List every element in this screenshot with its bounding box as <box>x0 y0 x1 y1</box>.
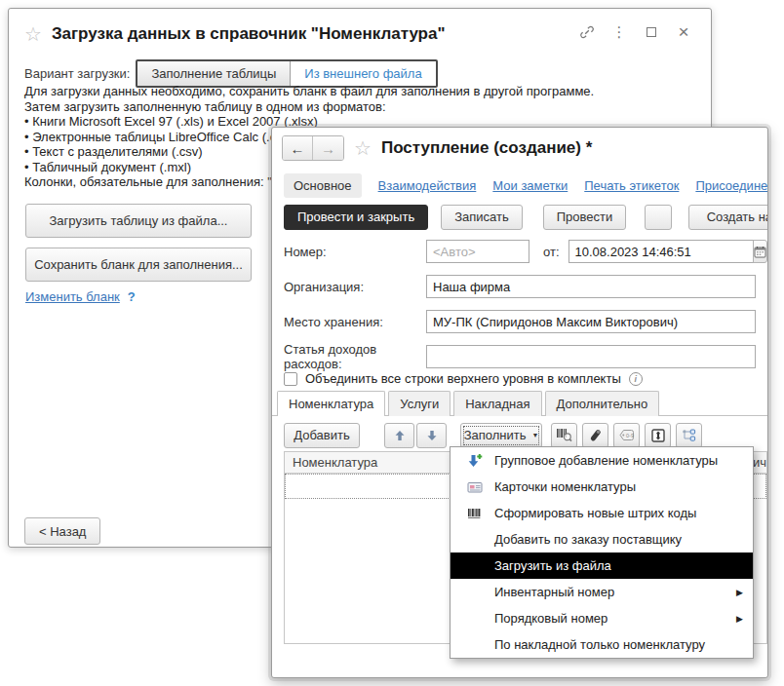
menu-item-add-by-supplier-order[interactable]: Добавить по заказу поставщику <box>451 526 753 553</box>
row-height-button[interactable] <box>645 423 671 448</box>
menu-item-load-from-file[interactable]: Загрузить из файла <box>451 553 753 579</box>
receipt-title: Поступление (создание) * <box>381 138 592 158</box>
number-input[interactable] <box>426 240 529 263</box>
create-based-on-button[interactable]: Создать на основа <box>688 205 768 230</box>
tab-nomenclature[interactable]: Номенклатура <box>277 391 385 416</box>
expense-field-row: Статья доходов расходов: <box>284 344 756 369</box>
menu-item-sequence-number[interactable]: Порядковый номер ▶ <box>451 605 753 631</box>
move-row-up-button[interactable] <box>384 423 414 448</box>
fill-button-label: Заполнить <box>464 428 527 442</box>
receipt-document-window: ← → ☆ Поступление (создание) * Основное … <box>271 127 768 678</box>
table-toolbar: Добавить Заполнить ▼ 0-9 <box>284 422 702 448</box>
add-row-button[interactable]: Добавить <box>284 423 360 448</box>
number-field-row: Номер: от: <box>284 239 756 264</box>
save-blank-button[interactable]: Сохранить бланк для заполнения... <box>25 248 252 282</box>
forward-arrow-icon: → <box>321 140 335 157</box>
menu-icon-spacer <box>467 611 484 627</box>
edit-blank-link[interactable]: Изменить бланк <box>25 289 120 304</box>
barcode-search-icon <box>556 428 572 442</box>
storage-label: Место хранения: <box>284 315 426 329</box>
tab-invoice[interactable]: Накладная <box>453 391 541 416</box>
combine-checkbox-label: Объединить все строки верхнего уровня в … <box>305 371 621 386</box>
receipt-header: ← → ☆ Поступление (создание) * <box>282 135 592 161</box>
calendar-icon <box>754 246 766 258</box>
window-controls: ⋮ × <box>579 24 691 40</box>
link-icon[interactable] <box>579 24 595 40</box>
post-button[interactable]: Провести <box>543 205 627 230</box>
expense-item-label: Статья доходов расходов: <box>284 342 426 371</box>
close-icon[interactable]: × <box>676 24 691 40</box>
help-icon[interactable]: ? <box>128 289 136 304</box>
hierarchy-view-button[interactable] <box>676 423 702 448</box>
up-arrow-icon <box>394 430 406 441</box>
resize-vertical-icon <box>651 429 665 442</box>
down-arrow-icon <box>426 430 438 441</box>
maximize-icon[interactable] <box>644 24 659 40</box>
move-row-down-button[interactable] <box>416 423 447 448</box>
tab-additional[interactable]: Дополнительно <box>545 391 660 416</box>
description-line: Для загрузки данных необходимо, сохранит… <box>24 84 594 99</box>
variant-tab-fill-table[interactable]: Заполнение таблицы <box>137 61 291 86</box>
barcode-search-button[interactable] <box>551 423 577 448</box>
card-icon <box>467 479 484 495</box>
journal-button[interactable] <box>645 205 672 230</box>
menu-item-group-add[interactable]: Групповое добавление номенклатуры <box>451 447 753 474</box>
fill-dropdown-button[interactable]: Заполнить ▼ <box>460 423 542 448</box>
back-button[interactable]: < Назад <box>24 517 100 545</box>
favorite-star-icon[interactable]: ☆ <box>354 138 372 158</box>
tab-services[interactable]: Услуги <box>388 391 451 416</box>
menu-item-inventory-number[interactable]: Инвентарный номер ▶ <box>451 579 753 605</box>
nav-link-interactions[interactable]: Взаимодействия <box>378 178 477 193</box>
nav-link-attached-files[interactable]: Присоединенные фа <box>695 178 767 193</box>
fill-dropdown-menu: Групповое добавление номенклатуры Карточ… <box>450 446 754 659</box>
price-tag-icon: 0-9 <box>619 429 635 441</box>
nav-back-button[interactable]: ← <box>283 136 313 160</box>
post-and-close-button[interactable]: Провести и закрыть <box>284 205 428 230</box>
receipt-toolbar: Провести и закрыть Записать Провести Соз… <box>284 204 768 230</box>
organization-field-row: Организация: <box>284 274 756 299</box>
date-input[interactable] <box>568 240 754 263</box>
scanner-button[interactable] <box>582 423 608 448</box>
storage-field-row: Место хранения: <box>284 309 756 334</box>
organization-label: Организация: <box>284 280 426 294</box>
move-row-buttons <box>384 423 447 448</box>
price-tag-button[interactable]: 0-9 <box>613 423 640 448</box>
nav-link-print-labels[interactable]: Печать этикеток <box>584 178 679 193</box>
menu-item-cards[interactable]: Карточки номенклатуры <box>451 474 753 500</box>
save-button[interactable]: Записать <box>441 205 523 230</box>
nav-forward-button[interactable]: → <box>313 136 343 160</box>
combine-checkbox-row: Объединить все строки верхнего уровня в … <box>284 371 643 386</box>
nav-tab-main[interactable]: Основное <box>284 173 362 198</box>
description-line: Затем загрузить заполненную таблицу в од… <box>24 99 594 115</box>
group-add-icon <box>467 453 484 469</box>
menu-item-by-invoice-nomenclature-only[interactable]: По накладной только номенклатуру <box>451 631 753 658</box>
variant-tab-external-file[interactable]: Из внешнего файла <box>291 61 435 86</box>
dropdown-caret-icon: ▼ <box>531 432 538 438</box>
organization-input[interactable] <box>426 275 756 298</box>
back-arrow-icon: ← <box>291 140 305 157</box>
desktop: ☆ Загрузка данных в справочник "Номенкла… <box>0 0 784 686</box>
menu-item-generate-barcodes[interactable]: Сформировать новые штрих коды <box>451 500 753 526</box>
load-table-from-file-button[interactable]: Загрузить таблицу из файла... <box>25 204 252 238</box>
barcode-icon <box>467 506 484 521</box>
storage-input[interactable] <box>426 310 756 333</box>
favorite-star-icon[interactable]: ☆ <box>24 24 42 44</box>
submenu-arrow-icon: ▶ <box>736 588 743 597</box>
document-tabs: Номенклатура Услуги Накладная Дополнител… <box>272 389 767 416</box>
date-prefix-label: от: <box>543 245 560 259</box>
number-label: Номер: <box>284 245 426 259</box>
menu-icon-spacer <box>467 532 484 548</box>
expense-item-input[interactable] <box>426 345 756 368</box>
calendar-button[interactable] <box>753 240 767 263</box>
info-icon[interactable]: i <box>629 372 643 386</box>
combine-checkbox[interactable] <box>284 372 297 386</box>
menu-icon-spacer <box>467 558 484 574</box>
hierarchy-icon <box>682 429 696 442</box>
load-dialog-title: Загрузка данных в справочник "Номенклату… <box>52 24 446 44</box>
svg-text:0-9: 0-9 <box>626 433 634 438</box>
edit-blank-row: Изменить бланк ? <box>25 289 136 304</box>
more-menu-icon[interactable]: ⋮ <box>611 24 627 40</box>
variant-label: Вариант загрузки: <box>24 66 130 81</box>
receipt-nav-links: Основное Взаимодействия Мои заметки Печа… <box>284 172 767 198</box>
nav-link-my-notes[interactable]: Мои заметки <box>492 178 568 193</box>
